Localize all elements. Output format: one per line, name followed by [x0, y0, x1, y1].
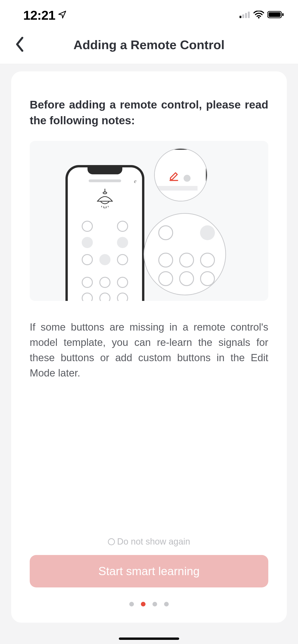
- zoom-bubble-edit: [154, 148, 207, 202]
- status-bar: 12:21: [0, 0, 298, 26]
- header: Adding a Remote Control: [0, 26, 298, 64]
- phone-mockup: e: [66, 165, 144, 301]
- location-icon: [58, 10, 67, 20]
- page-dot[interactable]: [141, 602, 146, 606]
- do-not-show-label: Do not show again: [117, 537, 190, 547]
- battery-icon: [267, 11, 284, 20]
- home-indicator[interactable]: [119, 638, 179, 640]
- svg-rect-2: [245, 13, 247, 18]
- content-card: Before adding a remote control, please r…: [11, 72, 287, 623]
- page-dot[interactable]: [129, 602, 134, 606]
- page-indicator[interactable]: [30, 602, 268, 606]
- svg-rect-0: [239, 16, 241, 18]
- zoom-bubble-buttons: [144, 213, 226, 295]
- svg-rect-1: [242, 14, 244, 18]
- back-button[interactable]: [9, 34, 30, 55]
- page-dot[interactable]: [164, 602, 169, 606]
- svg-rect-6: [268, 12, 280, 17]
- edit-pencil-icon: [169, 171, 179, 182]
- svg-rect-7: [282, 13, 283, 16]
- svg-rect-3: [248, 12, 250, 18]
- page-dot[interactable]: [152, 602, 157, 606]
- checkbox-empty-icon: [108, 538, 115, 545]
- wifi-icon: [253, 11, 264, 20]
- start-smart-learning-button[interactable]: Start smart learning: [30, 555, 268, 588]
- page-title: Adding a Remote Control: [0, 38, 298, 52]
- cellular-icon: [239, 11, 250, 19]
- svg-point-4: [258, 17, 260, 18]
- svg-point-9: [103, 192, 107, 194]
- illustration: e: [30, 141, 268, 301]
- status-left: 12:21: [23, 8, 67, 23]
- do-not-show-toggle[interactable]: Do not show again: [30, 537, 268, 547]
- edit-letter-icon: e: [134, 178, 136, 184]
- chevron-left-icon: [15, 37, 24, 52]
- status-right: [239, 11, 284, 20]
- status-time: 12:21: [23, 8, 55, 23]
- intro-heading: Before adding a remote control, please r…: [30, 97, 268, 128]
- lamp-icon: [93, 188, 117, 210]
- body-text: If some buttons are missing in a remote …: [30, 320, 268, 381]
